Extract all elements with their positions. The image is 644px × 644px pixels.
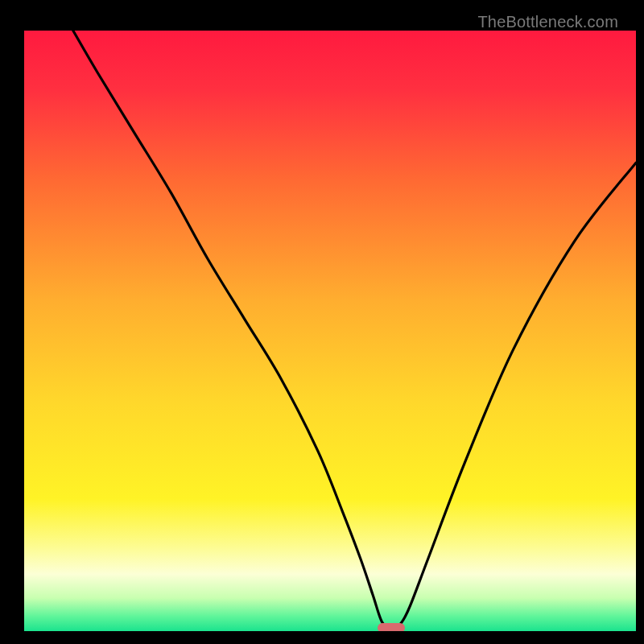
- plot-area: [24, 31, 636, 631]
- chart-frame: TheBottleneck.com: [8, 8, 636, 636]
- watermark-text: TheBottleneck.com: [477, 13, 618, 31]
- bottleneck-curve: [24, 31, 636, 631]
- optimal-marker: [378, 623, 405, 631]
